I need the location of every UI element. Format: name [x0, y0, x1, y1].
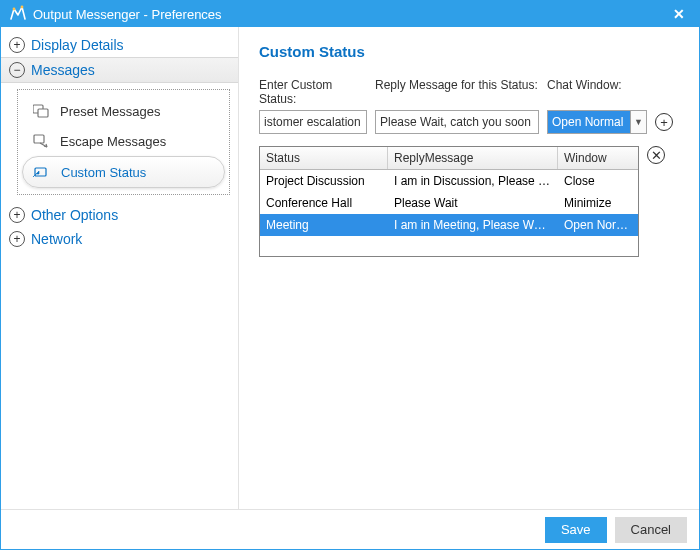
cell-window: Close [558, 172, 638, 190]
cell-status: Conference Hall [260, 194, 388, 212]
category-network[interactable]: + Network [1, 227, 238, 251]
close-button[interactable]: ✕ [667, 6, 691, 22]
collapse-icon: − [9, 62, 25, 78]
category-label: Messages [31, 62, 95, 78]
table-row[interactable]: Meeting I am in Meeting, Please Wait f..… [260, 214, 638, 236]
svg-rect-3 [38, 109, 48, 117]
svg-point-1 [21, 6, 24, 9]
cell-status: Meeting [260, 216, 388, 234]
content-panel: Custom Status Enter Custom Status: Reply… [239, 27, 699, 509]
footer: Save Cancel [1, 509, 699, 549]
expand-icon: + [9, 231, 25, 247]
category-messages[interactable]: − Messages [1, 57, 238, 83]
category-label: Other Options [31, 207, 118, 223]
messages-subgroup: Preset Messages Escape Messages Custom S… [17, 89, 230, 195]
col-header-reply[interactable]: ReplyMessage [388, 147, 558, 169]
preferences-window: Output Messenger - Preferences ✕ + Displ… [0, 0, 700, 550]
expand-icon: + [9, 207, 25, 223]
cell-reply: I am in Discussion, Please Wai... [388, 172, 558, 190]
svg-rect-5 [35, 168, 46, 176]
table-body: Project Discussion I am in Discussion, P… [260, 170, 638, 256]
save-button[interactable]: Save [545, 517, 607, 543]
add-status-button[interactable]: + [655, 113, 673, 131]
table-wrap: Status ReplyMessage Window Project Discu… [259, 146, 679, 257]
sidebar-item-label: Escape Messages [60, 134, 166, 149]
custom-status-icon [33, 164, 51, 180]
body: + Display Details − Messages Preset Mess… [1, 27, 699, 509]
col-header-status[interactable]: Status [260, 147, 388, 169]
label-status: Enter Custom Status: [259, 78, 367, 106]
status-table: Status ReplyMessage Window Project Discu… [259, 146, 639, 257]
category-label: Display Details [31, 37, 124, 53]
table-row[interactable]: Project Discussion I am in Discussion, P… [260, 170, 638, 192]
sidebar-item-preset-messages[interactable]: Preset Messages [22, 96, 225, 126]
chat-window-select[interactable]: Open Normal ▼ [547, 110, 647, 134]
category-other-options[interactable]: + Other Options [1, 203, 238, 227]
preset-messages-icon [32, 103, 50, 119]
custom-status-input[interactable] [259, 110, 367, 134]
remove-status-button[interactable]: ✕ [647, 146, 665, 164]
chat-window-selected[interactable]: Open Normal [548, 111, 630, 133]
expand-icon: + [9, 37, 25, 53]
category-display-details[interactable]: + Display Details [1, 33, 238, 57]
table-row[interactable]: Conference Hall Please Wait Minimize [260, 192, 638, 214]
titlebar: Output Messenger - Preferences ✕ [1, 1, 699, 27]
cell-reply: Please Wait [388, 194, 558, 212]
sidebar: + Display Details − Messages Preset Mess… [1, 27, 239, 509]
cancel-button[interactable]: Cancel [615, 517, 687, 543]
sidebar-item-label: Custom Status [61, 165, 146, 180]
window-title: Output Messenger - Preferences [33, 7, 667, 22]
cell-window: Minimize [558, 194, 638, 212]
sidebar-item-escape-messages[interactable]: Escape Messages [22, 126, 225, 156]
label-reply: Reply Message for this Status: [375, 78, 539, 106]
inputs-row: Open Normal ▼ + [259, 110, 679, 134]
svg-point-0 [13, 8, 16, 11]
label-chat-window: Chat Window: [547, 78, 633, 106]
svg-rect-4 [34, 135, 44, 143]
category-label: Network [31, 231, 82, 247]
table-header: Status ReplyMessage Window [260, 147, 638, 170]
field-labels: Enter Custom Status: Reply Message for t… [259, 78, 679, 106]
cell-status: Project Discussion [260, 172, 388, 190]
col-header-window[interactable]: Window [558, 147, 638, 169]
app-icon [9, 5, 27, 23]
sidebar-item-label: Preset Messages [60, 104, 160, 119]
escape-messages-icon [32, 133, 50, 149]
page-heading: Custom Status [259, 43, 679, 60]
chevron-down-icon[interactable]: ▼ [630, 111, 646, 133]
cell-window: Open Normal [558, 216, 638, 234]
reply-message-input[interactable] [375, 110, 539, 134]
sidebar-item-custom-status[interactable]: Custom Status [22, 156, 225, 188]
cell-reply: I am in Meeting, Please Wait f... [388, 216, 558, 234]
